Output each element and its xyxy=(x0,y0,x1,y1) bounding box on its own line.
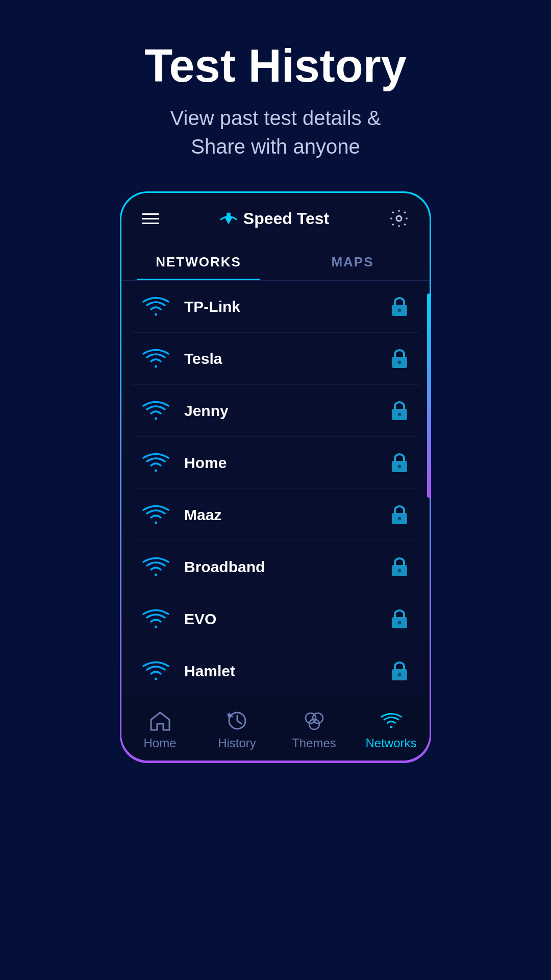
networks-nav-icon xyxy=(378,709,405,732)
wifi-icon xyxy=(142,555,170,578)
lock-icon xyxy=(390,296,409,318)
svg-point-8 xyxy=(398,464,402,468)
lock-icon xyxy=(390,556,409,578)
side-accent xyxy=(427,293,430,498)
phone-screen: Speed Test NETWORKS MAPS xyxy=(121,193,430,761)
svg-point-2 xyxy=(398,308,402,312)
themes-icon xyxy=(301,709,328,732)
app-name-label: Speed Test xyxy=(243,209,329,228)
lock-icon xyxy=(390,452,409,474)
wifi-icon xyxy=(142,607,170,630)
wifi-icon xyxy=(142,399,170,422)
list-item[interactable]: TP-Link xyxy=(132,281,419,333)
settings-icon[interactable] xyxy=(389,208,409,229)
nav-item-networks[interactable]: Networks xyxy=(353,697,430,761)
app-logo-icon xyxy=(219,211,238,226)
tab-networks[interactable]: NETWORKS xyxy=(121,244,276,280)
phone-mockup: Speed Test NETWORKS MAPS xyxy=(120,191,431,763)
svg-point-10 xyxy=(398,517,402,520)
svg-point-0 xyxy=(396,216,402,221)
nav-label-networks: Networks xyxy=(365,736,416,750)
nav-item-history[interactable]: History xyxy=(198,697,276,761)
list-item[interactable]: Hamlet xyxy=(132,645,419,697)
svg-point-4 xyxy=(398,360,402,364)
wifi-icon xyxy=(142,503,170,526)
nav-label-history: History xyxy=(218,736,256,750)
lock-icon xyxy=(390,348,409,370)
network-name: Home xyxy=(184,454,390,472)
network-name: Broadband xyxy=(184,558,390,576)
app-header: Speed Test xyxy=(121,193,430,239)
bottom-navigation: Home History xyxy=(121,697,430,761)
nav-label-themes: Themes xyxy=(292,736,336,750)
network-name: Maaz xyxy=(184,506,390,524)
list-item[interactable]: Home xyxy=(132,437,419,489)
wifi-icon xyxy=(142,659,170,682)
svg-point-19 xyxy=(313,713,323,723)
wifi-icon xyxy=(142,295,170,318)
svg-point-16 xyxy=(398,673,402,676)
network-name: Tesla xyxy=(184,350,390,368)
app-logo: Speed Test xyxy=(219,209,329,228)
nav-item-home[interactable]: Home xyxy=(121,697,198,761)
home-icon xyxy=(147,709,173,732)
wifi-icon xyxy=(142,347,170,370)
list-item[interactable]: Tesla xyxy=(132,333,419,385)
network-name: Jenny xyxy=(184,402,390,420)
page-title: Test History xyxy=(20,41,531,91)
lock-icon xyxy=(390,608,409,630)
nav-label-home: Home xyxy=(143,736,176,750)
list-item[interactable]: EVO xyxy=(132,593,419,645)
network-list: TP-Link Tesla xyxy=(121,281,430,697)
tabs-row: NETWORKS MAPS xyxy=(121,244,430,281)
lock-icon xyxy=(390,504,409,526)
svg-point-12 xyxy=(398,569,402,572)
lock-icon xyxy=(390,660,409,682)
menu-button[interactable] xyxy=(142,213,159,224)
tab-maps[interactable]: MAPS xyxy=(276,244,430,280)
wifi-icon xyxy=(142,451,170,474)
svg-point-20 xyxy=(309,719,319,729)
list-item[interactable]: Broadband xyxy=(132,541,419,593)
svg-point-14 xyxy=(398,621,402,624)
network-name: EVO xyxy=(184,610,390,628)
network-name: Hamlet xyxy=(184,663,390,680)
list-item[interactable]: Jenny xyxy=(132,385,419,437)
nav-item-themes[interactable]: Themes xyxy=(276,697,353,761)
lock-icon xyxy=(390,400,409,422)
svg-point-6 xyxy=(398,412,402,416)
history-icon xyxy=(224,709,251,732)
header-section: Test History View past test details & Sh… xyxy=(0,0,551,191)
list-item[interactable]: Maaz xyxy=(132,489,419,541)
network-name: TP-Link xyxy=(184,298,390,315)
page-subtitle: View past test details & Share with anyo… xyxy=(20,104,531,161)
